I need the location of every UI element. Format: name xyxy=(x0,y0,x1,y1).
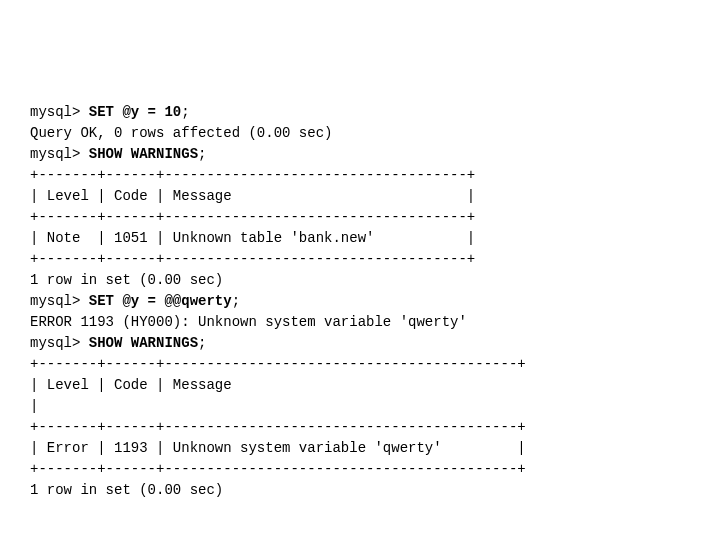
output-text: +-------+------+------------------------… xyxy=(30,167,475,183)
output-text: ERROR 1193 (HY000): Unknown system varia… xyxy=(30,314,467,330)
output-text: ; xyxy=(232,293,240,309)
output-text: ; xyxy=(198,146,206,162)
output-text: 1 row in set (0.00 sec) xyxy=(30,272,223,288)
output-text: mysql> xyxy=(30,335,89,351)
output-text: mysql> xyxy=(30,293,89,309)
output-text: | xyxy=(30,398,38,414)
terminal-output: mysql> SET @y = 10; Query OK, 0 rows aff… xyxy=(30,102,690,501)
output-text: +-------+------+------------------------… xyxy=(30,461,526,477)
output-text: Query OK, 0 rows affected (0.00 sec) xyxy=(30,125,332,141)
output-text: mysql> xyxy=(30,104,89,120)
output-text: | Note | 1051 | Unknown table 'bank.new'… xyxy=(30,230,475,246)
command-text: SHOW WARNINGS xyxy=(89,335,198,351)
output-text: +-------+------+------------------------… xyxy=(30,419,526,435)
output-text: | Error | 1193 | Unknown system variable… xyxy=(30,440,526,456)
output-text: +-------+------+------------------------… xyxy=(30,356,526,372)
command-text: SET @y = @@qwerty xyxy=(89,293,232,309)
output-text: mysql> xyxy=(30,146,89,162)
output-text: | Level | Code | Message | xyxy=(30,188,475,204)
output-text: +-------+------+------------------------… xyxy=(30,251,475,267)
command-text: SHOW WARNINGS xyxy=(89,146,198,162)
output-text: ; xyxy=(181,104,189,120)
command-text: SET @y = 10 xyxy=(89,104,181,120)
output-text: 1 row in set (0.00 sec) xyxy=(30,482,223,498)
output-text: | Level | Code | Message xyxy=(30,377,517,393)
output-text: ; xyxy=(198,335,206,351)
output-text: +-------+------+------------------------… xyxy=(30,209,475,225)
